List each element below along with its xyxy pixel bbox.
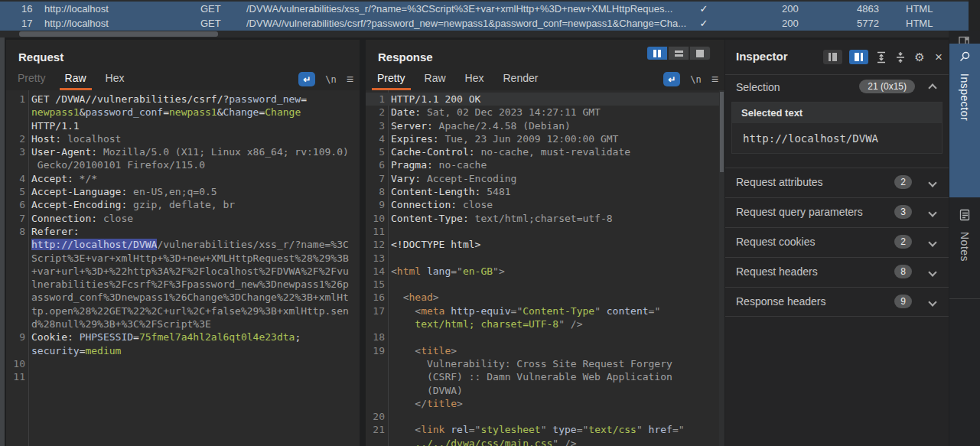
gear-icon[interactable]: ⚙ <box>913 50 926 64</box>
editor-line[interactable]: tp.open%28%22GET%22%2C+url%2C+false%29%3… <box>6 304 360 317</box>
inspector-section-response-headers[interactable]: Response headers9 <box>725 287 949 317</box>
side-tab-notes[interactable]: Notes <box>949 202 980 300</box>
collapse-all-icon[interactable] <box>894 50 907 64</box>
editor-line[interactable]: 4Expires: Tue, 23 Jun 2009 12:00:00 GMT <box>366 132 724 145</box>
editor-line[interactable]: Gecko/20100101 Firefox/115.0 <box>6 158 360 171</box>
editor-line[interactable]: 3User-Agent: Mozilla/5.0 (X11; Linux x86… <box>6 145 360 158</box>
inspector-section-request-headers[interactable]: Request headers8 <box>725 257 949 287</box>
editor-line[interactable]: 2Date: Sat, 02 Dec 2023 14:27:11 GMT <box>366 106 724 119</box>
editor-line[interactable]: (DVWA) <box>366 384 724 397</box>
selection-section-header[interactable]: Selection 21 (0x15) <box>725 75 949 102</box>
editor-line[interactable]: lnerabilities%2Fcsrf%2F%3Fpassword_new%3… <box>6 278 360 291</box>
editor-line[interactable]: http://localhost/DVWA/vulnerabilities/xs… <box>6 238 360 251</box>
editor-line[interactable]: newpass1&password_conf=newpass1&Change=C… <box>6 106 360 119</box>
editor-line[interactable]: text/html; charset=UTF-8" /> <box>366 317 724 330</box>
scrollbar-thumb[interactable] <box>720 92 724 172</box>
editor-line[interactable]: 18 <box>366 330 724 343</box>
inspector-section-request-cookies[interactable]: Request cookies2 <box>725 227 949 257</box>
layout-single-button[interactable] <box>690 47 710 60</box>
chevron-down-icon[interactable] <box>928 208 936 216</box>
layout-rows-button[interactable] <box>669 47 689 60</box>
editor-line[interactable]: Script%3E+var+xmlHttp+%3D+new+XMLHttpReq… <box>6 252 360 265</box>
editor-line[interactable]: 20 <box>366 410 724 423</box>
editor-line[interactable]: </title> <box>366 397 724 410</box>
editor-menu-icon[interactable]: ≡ <box>711 73 718 86</box>
editor-line[interactable]: 19 <title> <box>366 344 724 357</box>
editor-line[interactable]: 9Cookie: PHPSESSID=75fmel7a4hl2al6qt0l4e… <box>6 330 360 343</box>
layout-columns-button[interactable] <box>647 47 667 60</box>
chevron-up-icon[interactable] <box>928 83 936 92</box>
response-vertical-scrollbar[interactable] <box>719 90 724 446</box>
editor-line[interactable]: 10 <box>6 357 360 370</box>
tab-render[interactable]: Render <box>503 72 539 89</box>
scrollbar-thumb[interactable] <box>19 31 218 37</box>
editor-line[interactable]: 8Content-Length: 5481 <box>366 185 724 198</box>
editor-line[interactable]: d%28null%29%3B+%3C%2FScript%3E <box>6 317 360 330</box>
tab-pretty[interactable]: Pretty <box>377 72 405 89</box>
editor-line[interactable]: 6Accept-Encoding: gzip, deflate, br <box>6 198 360 211</box>
inspector-section-request-attributes[interactable]: Request attributes2 <box>725 168 949 197</box>
selected-text-value[interactable]: http://localhost/DVWA <box>732 123 942 153</box>
inspector-layout-right-button[interactable] <box>849 50 868 64</box>
editor-line[interactable]: 21 <link rel="stylesheet" type="text/css… <box>366 423 724 436</box>
editor-line[interactable]: 10Content-Type: text/html;charset=utf-8 <box>366 212 724 225</box>
editor-line[interactable]: 16 <head> <box>366 291 724 304</box>
editor-line[interactable]: 14<html lang="en-GB"> <box>366 265 724 278</box>
tab-hex[interactable]: Hex <box>106 72 125 89</box>
editor-line[interactable]: 1HTTP/1.1 200 OK <box>366 93 724 106</box>
chevron-down-icon[interactable] <box>928 178 936 187</box>
side-tab-inspector[interactable]: Inspector <box>949 44 980 197</box>
editor-line[interactable]: 3Server: Apache/2.4.58 (Debian) <box>366 119 724 132</box>
chevron-down-icon[interactable] <box>928 268 936 276</box>
editor-line[interactable]: 4Accept: */* <box>6 172 360 185</box>
editor-line[interactable]: 13 <box>366 252 724 265</box>
editor-line[interactable]: 17 <meta http-equiv="Content-Type" conte… <box>366 304 724 317</box>
inspector-layout-left-button[interactable] <box>823 50 842 64</box>
response-editor[interactable]: 1HTTP/1.1 200 OK2Date: Sat, 02 Dec 2023 … <box>366 90 724 446</box>
editor-line[interactable]: ../../dvwa/css/main.css" /> <box>366 437 724 446</box>
close-icon[interactable]: × <box>933 50 945 64</box>
chevron-down-icon[interactable] <box>928 298 936 306</box>
editor-line[interactable]: 11 <box>6 370 360 383</box>
editor-line[interactable]: HTTP/1.1 <box>6 119 360 132</box>
line-content: User-Agent: Mozilla/5.0 (X11; Linux x86_… <box>6 145 360 158</box>
table-row[interactable]: 16http://localhostGET/DVWA/vulnerabiliti… <box>0 2 969 16</box>
soft-wrap-toggle[interactable]: ↵ <box>298 72 315 86</box>
editor-line[interactable]: 2Host: localhost <box>6 132 360 145</box>
editor-line[interactable]: 7Connection: close <box>6 212 360 225</box>
tab-pretty[interactable]: Pretty <box>18 72 46 89</box>
table-horizontal-scrollbar[interactable] <box>0 31 949 37</box>
editor-line[interactable]: assword_conf%3Dnewpass1%26Change%3DChang… <box>6 291 360 304</box>
check-icon: ✓ <box>693 2 715 16</box>
table-row[interactable]: 17http://localhostGET/DVWA//vulnerabilit… <box>0 16 969 31</box>
show-newlines-toggle[interactable]: \n <box>325 74 336 85</box>
editor-line[interactable]: 1GET /DVWA//vulnerabilities/csrf/?passwo… <box>6 93 360 106</box>
editor-line[interactable]: 5Accept-Language: en-US,en;q=0.5 <box>6 185 360 198</box>
tab-raw[interactable]: Raw <box>65 72 86 89</box>
editor-line[interactable]: 9Connection: close <box>366 198 724 211</box>
editor-line[interactable]: 5Cache-Control: no-cache, must-revalidat… <box>366 145 724 158</box>
show-newlines-toggle[interactable]: \n <box>690 74 701 85</box>
chevron-down-icon[interactable] <box>928 238 936 246</box>
editor-line[interactable]: (CSRF) :: Damn Vulnerable Web Applicatio… <box>366 370 724 383</box>
editor-line[interactable]: 7Vary: Accept-Encoding <box>366 172 724 185</box>
editor-line[interactable]: security=medium <box>6 344 360 357</box>
editor-menu-icon[interactable]: ≡ <box>347 73 353 86</box>
editor-line[interactable]: 8Referer: <box>6 225 360 238</box>
line-content: text/html; charset=UTF-8" /> <box>366 317 724 330</box>
tab-hex[interactable]: Hex <box>465 72 484 89</box>
editor-line[interactable]: Vulnerability: Cross Site Request Forger… <box>366 357 724 370</box>
tab-raw[interactable]: Raw <box>425 72 446 89</box>
line-number: 9 <box>366 198 385 211</box>
line-number: 14 <box>366 265 385 278</box>
editor-line[interactable]: 12<!DOCTYPE html> <box>366 238 724 251</box>
editor-line[interactable]: 15 <box>366 278 724 291</box>
soft-wrap-toggle[interactable]: ↵ <box>663 72 680 86</box>
editor-line[interactable]: 6Pragma: no-cache <box>366 158 724 171</box>
expand-all-icon[interactable] <box>875 50 887 64</box>
left-edge-scrollbar[interactable] <box>0 37 5 446</box>
editor-line[interactable]: +var+url+%3D+%22http%3A%2F%2Flocalhost%2… <box>6 265 360 278</box>
inspector-section-request-query-parameters[interactable]: Request query parameters3 <box>725 197 949 227</box>
editor-line[interactable]: 11 <box>366 225 724 238</box>
request-editor[interactable]: 1GET /DVWA//vulnerabilities/csrf/?passwo… <box>6 90 360 446</box>
